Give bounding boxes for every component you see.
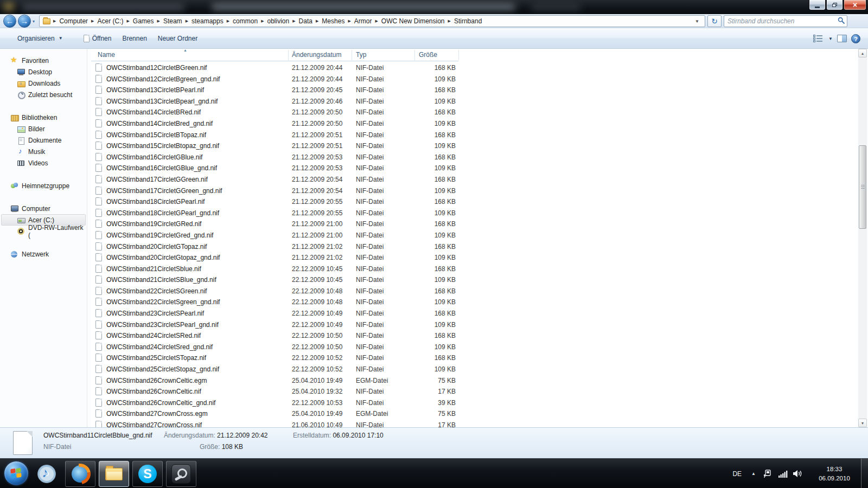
sidebar-item-zuletzt-besucht[interactable]: Zuletzt besucht: [1, 89, 86, 100]
breadcrumb-item[interactable]: Games: [130, 16, 157, 26]
column-header-modified[interactable]: Änderungsdatum: [292, 51, 341, 59]
file-row[interactable]: OWCStirnband21CircletSblue.nif22.12.2009…: [91, 264, 857, 275]
sidebar-item-bilder[interactable]: Bilder: [1, 123, 86, 134]
file-row[interactable]: OWCStirnband23CircletSPearl_gnd.nif22.12…: [91, 319, 857, 331]
breadcrumb-item[interactable]: Steam: [161, 16, 185, 26]
taskbar-app-skype[interactable]: S: [132, 461, 163, 487]
preview-pane-button[interactable]: [837, 35, 847, 42]
breadcrumb-item[interactable]: Meshes: [319, 16, 347, 26]
file-row[interactable]: OWCStirnband12CircletBGreen.nif21.12.200…: [91, 62, 857, 74]
search-box[interactable]: [724, 15, 847, 27]
chevron-right-icon[interactable]: ▶: [292, 19, 296, 23]
view-dropdown-icon[interactable]: ▼: [828, 36, 833, 41]
chevron-right-icon[interactable]: ▶: [226, 19, 230, 23]
taskbar-app-firefox[interactable]: [65, 461, 95, 487]
column-header-name[interactable]: Name: [98, 51, 115, 59]
file-row[interactable]: OWCStirnband25CircletSTopaz.nif22.12.200…: [91, 352, 857, 364]
chevron-right-icon[interactable]: ▶: [374, 19, 378, 23]
hidden-icons-arrow[interactable]: ▲: [747, 471, 760, 476]
scroll-down-icon[interactable]: ▼: [858, 419, 867, 427]
file-row[interactable]: OWCStirnband24CircletSred_gnd.nif22.12.2…: [91, 342, 857, 353]
window-titlebar[interactable]: ×: [0, 0, 868, 14]
chevron-right-icon[interactable]: ▶: [260, 19, 264, 23]
taskbar-clock[interactable]: 18:33 06.09.2010: [811, 465, 858, 483]
file-row[interactable]: OWCStirnband14CircletBRed.nif21.12.2009 …: [91, 107, 857, 118]
file-row[interactable]: OWCStirnband20CircletGtopaz_gnd.nif21.12…: [91, 252, 857, 264]
back-button[interactable]: ←: [3, 15, 16, 28]
power-plug-icon[interactable]: [762, 470, 773, 478]
file-row[interactable]: OWCStirnband22CircletSGreen.nif22.12.200…: [91, 286, 857, 297]
file-row[interactable]: OWCStirnband12CircletBgreen_gnd.nif21.12…: [91, 74, 857, 85]
file-row[interactable]: OWCStirnband27CrownCross.egm25.04.2010 1…: [91, 408, 857, 420]
chevron-right-icon[interactable]: ▶: [157, 19, 161, 23]
chevron-right-icon[interactable]: ▶: [91, 19, 94, 23]
burn-button[interactable]: Brennen: [117, 31, 152, 46]
taskbar-app-explorer[interactable]: [99, 461, 129, 487]
search-icon[interactable]: [835, 16, 847, 26]
address-dropdown-icon[interactable]: ▼: [692, 19, 703, 24]
chevron-right-icon[interactable]: ▶: [315, 19, 319, 23]
file-row[interactable]: OWCStirnband23CircletSPearl.nif22.12.200…: [91, 308, 857, 319]
restore-button[interactable]: [826, 0, 843, 10]
refresh-button[interactable]: ↻: [707, 15, 722, 27]
file-row[interactable]: OWCStirnband13CircletBPearl.nif21.12.200…: [91, 85, 857, 96]
column-header-type[interactable]: Typ: [356, 51, 366, 59]
address-breadcrumb-bar[interactable]: ▶ Computer▶Acer (C:)▶Games▶Steam▶steamap…: [39, 15, 705, 27]
file-row[interactable]: OWCStirnband16CircletGBlue.nif21.12.2009…: [91, 152, 857, 163]
breadcrumb-item[interactable]: Acer (C:): [94, 16, 126, 26]
forward-button[interactable]: →: [18, 15, 31, 28]
scroll-up-icon[interactable]: ▲: [858, 49, 867, 57]
file-row[interactable]: OWCStirnband26CrownCeltic_gnd.nif22.12.2…: [91, 397, 857, 409]
file-row[interactable]: OWCStirnband17CircletGGreen.nif21.12.200…: [91, 174, 857, 185]
file-row[interactable]: OWCStirnband19CircletGRed.nif21.12.2009 …: [91, 219, 857, 230]
change-view-button[interactable]: [813, 35, 823, 43]
sidebar-item-musik[interactable]: Musik: [1, 146, 86, 157]
chevron-right-icon[interactable]: ▶: [347, 19, 351, 23]
chevron-right-icon[interactable]: ▶: [126, 19, 130, 23]
file-row[interactable]: OWCStirnband13CircletBpearl_gnd.nif21.12…: [91, 96, 857, 107]
history-dropdown-icon[interactable]: ▾: [33, 19, 35, 24]
taskbar-app-itunes[interactable]: ♪: [31, 461, 62, 487]
file-row[interactable]: OWCStirnband18CircletGPearl_gnd.nif21.12…: [91, 208, 857, 219]
search-input[interactable]: [724, 17, 835, 25]
sidebar-item-videos[interactable]: Videos: [1, 157, 86, 169]
sidebar-item-downloads[interactable]: Downloads: [1, 78, 86, 89]
sidebar-item-dvd-rw-laufwerk[interactable]: DVD-RW-Laufwerk (: [1, 226, 86, 237]
scrollbar-thumb[interactable]: [859, 145, 866, 229]
file-row[interactable]: OWCStirnband16CircletGBlue_gnd.nif21.12.…: [91, 163, 857, 174]
sidebar-item-netzwerk[interactable]: Netzwerk: [1, 248, 86, 260]
breadcrumb-item[interactable]: common: [230, 16, 260, 26]
sidebar-item-dokumente[interactable]: Dokumente: [1, 134, 86, 146]
sidebar-item-computer[interactable]: Computer: [1, 203, 86, 214]
file-row[interactable]: OWCStirnband14CircletBred_gnd.nif21.12.2…: [91, 118, 857, 130]
file-row[interactable]: OWCStirnband15CircletBTopaz.nif21.12.200…: [91, 130, 857, 141]
open-button[interactable]: Öffnen: [78, 31, 117, 46]
file-row[interactable]: OWCStirnband22CircletSgreen_gnd.nif22.12…: [91, 297, 857, 308]
file-row[interactable]: OWCStirnband26CrownCeltic.egm25.04.2010 …: [91, 375, 857, 387]
breadcrumb-item[interactable]: steamapps: [189, 16, 226, 26]
taskbar-app-steam[interactable]: [166, 461, 196, 487]
show-desktop-button[interactable]: [861, 459, 868, 488]
vertical-scrollbar[interactable]: ▲ ▼: [858, 49, 867, 427]
chevron-right-icon[interactable]: ▶: [448, 19, 451, 23]
breadcrumb-item[interactable]: Computer: [56, 16, 91, 26]
file-row[interactable]: OWCStirnband25CircletStopaz_gnd.nif22.12…: [91, 364, 857, 375]
close-button[interactable]: ×: [844, 0, 866, 10]
breadcrumb-item[interactable]: oblivion: [265, 16, 292, 26]
file-row[interactable]: OWCStirnband21CircletSBlue_gnd.nif22.12.…: [91, 274, 857, 286]
new-folder-button[interactable]: Neuer Ordner: [152, 31, 203, 46]
minimize-button[interactable]: [809, 0, 826, 10]
column-header-size[interactable]: Größe: [419, 51, 437, 59]
chevron-right-icon[interactable]: ▶: [185, 19, 189, 23]
sidebar-item-favoriten[interactable]: Favoriten: [1, 55, 86, 66]
breadcrumb-item[interactable]: Data: [296, 16, 315, 26]
breadcrumb-item[interactable]: Stirnband: [451, 16, 484, 26]
file-row[interactable]: OWCStirnband18CircletGPearl.nif21.12.200…: [91, 196, 857, 208]
file-row[interactable]: OWCStirnband20CircletGTopaz.nif21.12.200…: [91, 241, 857, 253]
language-indicator[interactable]: DE: [727, 470, 747, 478]
pane-divider[interactable]: [87, 49, 87, 427]
file-row[interactable]: OWCStirnband17CircletGGreen_gnd.nif21.12…: [91, 185, 857, 197]
file-row[interactable]: OWCStirnband19CircletGred_gnd.nif21.12.2…: [91, 230, 857, 241]
sidebar-item-desktop[interactable]: Desktop: [1, 66, 86, 78]
file-row[interactable]: OWCStirnband15CircletBtopaz_gnd.nif21.12…: [91, 140, 857, 152]
